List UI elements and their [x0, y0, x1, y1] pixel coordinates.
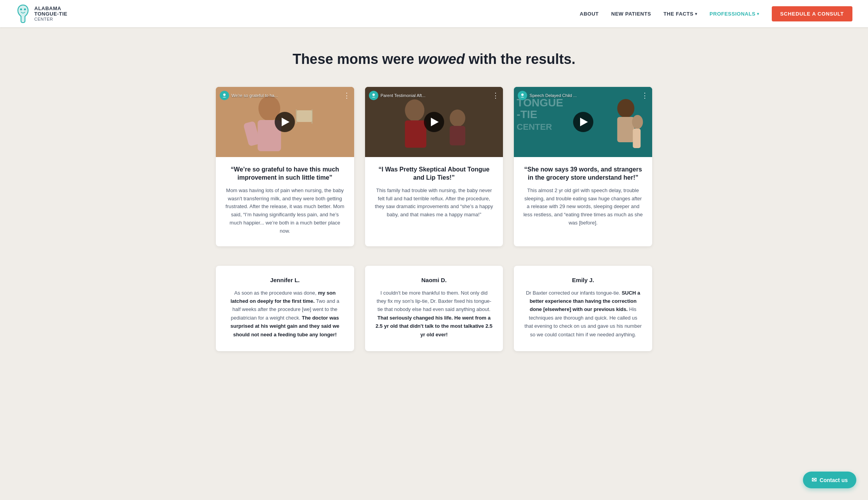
- video-thumbnail-1[interactable]: We're so grateful to ha... ⋮: [216, 87, 354, 157]
- logo-icon: [16, 4, 30, 24]
- card-title-2: “I Was Pretty Skeptical About Tongue and…: [374, 166, 494, 182]
- chevron-down-icon: ▾: [757, 12, 759, 16]
- play-button-2[interactable]: [424, 112, 444, 132]
- channel-icon-2: [369, 91, 378, 100]
- chevron-down-icon: ▾: [695, 12, 697, 16]
- card-body-2: “I Was Pretty Skeptical About Tongue and…: [365, 157, 503, 230]
- card-body-3: “She now says 39 words, and strangers in…: [514, 157, 652, 238]
- page-title-part1: These moms were: [293, 51, 418, 67]
- logo-line2: TONGUE-TIE: [34, 11, 67, 17]
- contact-us-button[interactable]: ✉ Contact us: [803, 472, 856, 488]
- reviewer-name-emily: Emily J.: [524, 277, 642, 283]
- video-channel-2: Parent Testimonial Aft...: [369, 91, 425, 100]
- nav-item-professionals[interactable]: PROFESSIONALS ▾: [709, 11, 759, 17]
- play-button-3[interactable]: [573, 112, 593, 132]
- reviewer-name-jennifer: Jennifer L.: [226, 277, 344, 283]
- review-card-jennifer: Jennifer L. As soon as the procedure was…: [216, 266, 354, 352]
- nav-item-about[interactable]: ABOUT: [580, 11, 599, 17]
- svg-point-9: [223, 94, 226, 96]
- video-title-text-3: Speech Delayed Child ...: [529, 93, 577, 98]
- review-text-jennifer: As soon as the procedure was done, my so…: [226, 289, 344, 339]
- nav: ABOUT NEW PATIENTS THE FACTS ▾ PROFESSIO…: [580, 6, 852, 21]
- video-card-2: Parent Testimonial Aft... ⋮ “I Was Prett…: [365, 87, 503, 246]
- video-thumbnail-3[interactable]: TONGUE -TIE CENTER Spe: [514, 87, 652, 157]
- video-top-bar-2: Parent Testimonial Aft... ⋮: [369, 91, 499, 100]
- channel-icon-3: [518, 91, 527, 100]
- reviewer-name-naomi: Naomi D.: [375, 277, 493, 283]
- svg-point-15: [372, 94, 375, 96]
- card-body-1: “We’re so grateful to have this much imp…: [216, 157, 354, 246]
- video-card-1: We're so grateful to ha... ⋮ “We’re so g…: [216, 87, 354, 246]
- video-title-text-1: We're so grateful to ha...: [231, 93, 278, 98]
- video-menu-dots-3[interactable]: ⋮: [641, 91, 648, 100]
- header: ALABAMA TONGUE-TIE CENTER ABOUT NEW PATI…: [0, 0, 868, 27]
- review-text-naomi: I couldn't be more thankful to them. Not…: [375, 289, 493, 339]
- card-title-1: “We’re so grateful to have this much imp…: [225, 166, 345, 182]
- review-cards-row: Jennifer L. As soon as the procedure was…: [216, 266, 652, 352]
- video-thumbnail-2[interactable]: Parent Testimonial Aft... ⋮: [365, 87, 503, 157]
- nav-item-the-facts[interactable]: THE FACTS ▾: [663, 11, 697, 17]
- card-title-3: “She now says 39 words, and strangers in…: [523, 166, 643, 182]
- video-title-text-2: Parent Testimonial Aft...: [381, 93, 425, 98]
- schedule-consult-button[interactable]: SCHEDULE A CONSULT: [772, 6, 852, 21]
- video-top-bar-3: Speech Delayed Child ... ⋮: [518, 91, 648, 100]
- review-card-emily: Emily J. Dr Baxter corrected our infants…: [514, 266, 652, 352]
- card-desc-1: Mom was having lots of pain when nursing…: [225, 187, 345, 235]
- svg-point-1: [24, 9, 26, 11]
- svg-point-24: [521, 94, 524, 96]
- video-overlay-1: We're so grateful to ha... ⋮: [216, 87, 354, 157]
- main-content: These moms were wowed with the results.: [200, 27, 668, 382]
- email-icon: ✉: [812, 476, 817, 484]
- video-overlay-3: Speech Delayed Child ... ⋮: [514, 87, 652, 157]
- review-text-emily: Dr Baxter corrected our infants tongue-t…: [524, 289, 642, 339]
- nav-item-new-patients[interactable]: NEW PATIENTS: [611, 11, 651, 17]
- contact-label: Contact us: [820, 477, 848, 483]
- logo-line3: CENTER: [34, 17, 67, 21]
- page-title-part2: with the results.: [465, 51, 575, 67]
- video-channel-1: We're so grateful to ha...: [220, 91, 278, 100]
- svg-point-0: [20, 9, 22, 11]
- logo-text: ALABAMA TONGUE-TIE CENTER: [34, 6, 67, 22]
- play-button-1[interactable]: [275, 112, 295, 132]
- logo[interactable]: ALABAMA TONGUE-TIE CENTER: [16, 4, 67, 24]
- video-channel-3: Speech Delayed Child ...: [518, 91, 577, 100]
- video-menu-dots-1[interactable]: ⋮: [343, 91, 350, 100]
- video-card-3: TONGUE -TIE CENTER Spe: [514, 87, 652, 246]
- card-desc-2: This family had trouble with nursing, th…: [374, 187, 494, 219]
- video-top-bar-1: We're so grateful to ha... ⋮: [220, 91, 350, 100]
- channel-icon-1: [220, 91, 229, 100]
- video-menu-dots-2[interactable]: ⋮: [492, 91, 499, 100]
- review-card-naomi: Naomi D. I couldn't be more thankful to …: [365, 266, 503, 352]
- card-desc-3: This almost 2 yr old girl with speech de…: [523, 187, 643, 227]
- video-overlay-2: Parent Testimonial Aft... ⋮: [365, 87, 503, 157]
- page-title-italic: wowed: [418, 51, 465, 67]
- logo-line1: ALABAMA: [34, 6, 67, 11]
- video-cards-row: We're so grateful to ha... ⋮ “We’re so g…: [216, 87, 652, 246]
- page-title: These moms were wowed with the results.: [216, 51, 652, 67]
